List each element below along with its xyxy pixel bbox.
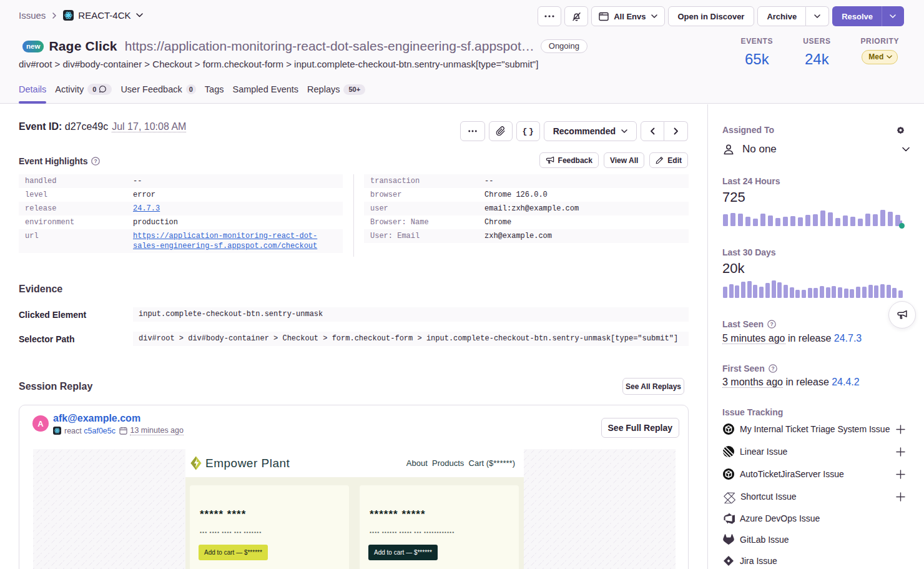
svg-text:?: ? <box>770 321 774 327</box>
svg-text:?: ? <box>94 158 97 164</box>
svg-text:?: ? <box>771 365 774 372</box>
